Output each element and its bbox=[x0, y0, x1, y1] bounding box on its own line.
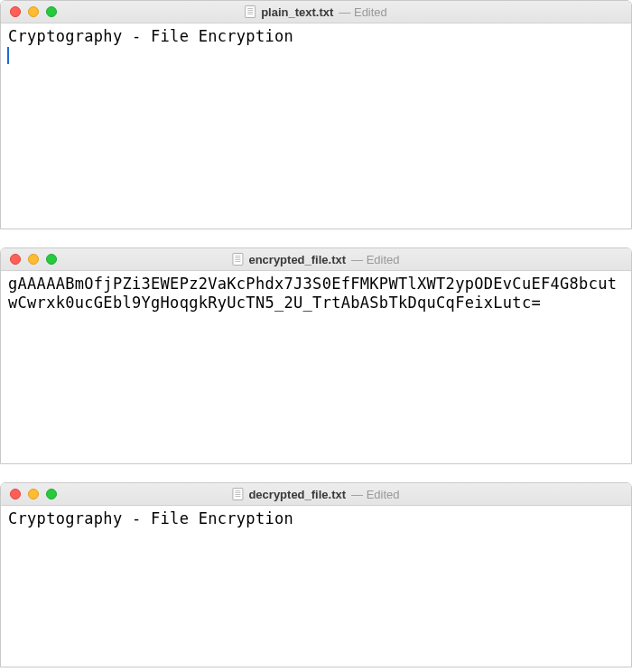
traffic-lights bbox=[10, 489, 57, 499]
titlebar[interactable]: plain_text.txt — Edited bbox=[1, 1, 631, 23]
editor-content[interactable]: gAAAAABmOfjPZi3EWEPz2VaKcPhdx7J3S0EfFMKP… bbox=[1, 271, 631, 464]
minimize-icon[interactable] bbox=[28, 489, 39, 499]
filename-label: decrypted_file.txt bbox=[248, 488, 346, 501]
filename-label: encrypted_file.txt bbox=[248, 253, 346, 266]
window-title: decrypted_file.txt — Edited bbox=[232, 488, 399, 501]
text-content: Cryptography - File Encryption bbox=[8, 27, 293, 45]
text-cursor bbox=[7, 47, 9, 64]
edited-status: — Edited bbox=[351, 253, 400, 266]
text-editor-window-plain: plain_text.txt — Edited Cryptography - F… bbox=[0, 0, 632, 229]
minimize-icon[interactable] bbox=[28, 254, 39, 265]
editor-content[interactable]: Cryptography - File Encryption bbox=[1, 23, 631, 229]
minimize-icon[interactable] bbox=[28, 6, 39, 17]
text-editor-window-decrypted: decrypted_file.txt — Edited Cryptography… bbox=[0, 482, 632, 667]
edited-status: — Edited bbox=[339, 5, 387, 19]
traffic-lights bbox=[10, 254, 57, 265]
filename-label: plain_text.txt bbox=[261, 5, 333, 19]
window-title: plain_text.txt — Edited bbox=[245, 5, 387, 19]
close-icon[interactable] bbox=[10, 489, 21, 499]
close-icon[interactable] bbox=[10, 254, 21, 265]
close-icon[interactable] bbox=[10, 6, 21, 17]
editor-content[interactable]: Cryptography - File Encryption bbox=[1, 506, 631, 667]
edited-status: — Edited bbox=[351, 488, 400, 501]
titlebar[interactable]: encrypted_file.txt — Edited bbox=[1, 248, 631, 271]
zoom-icon[interactable] bbox=[46, 6, 57, 17]
titlebar[interactable]: decrypted_file.txt — Edited bbox=[1, 483, 631, 506]
document-icon bbox=[232, 488, 243, 500]
separator: — bbox=[339, 5, 354, 19]
text-editor-window-encrypted: encrypted_file.txt — Edited gAAAAABmOfjP… bbox=[0, 247, 632, 464]
text-content: Cryptography - File Encryption bbox=[8, 509, 293, 527]
text-content: gAAAAABmOfjPZi3EWEPz2VaKcPhdx7J3S0EfFMKP… bbox=[8, 275, 617, 312]
status-text: Edited bbox=[367, 488, 400, 501]
status-text: Edited bbox=[354, 5, 387, 19]
zoom-icon[interactable] bbox=[46, 254, 57, 265]
zoom-icon[interactable] bbox=[46, 489, 57, 499]
separator: — bbox=[351, 488, 367, 501]
separator: — bbox=[351, 253, 367, 266]
document-icon bbox=[245, 5, 256, 18]
window-title: encrypted_file.txt — Edited bbox=[232, 253, 399, 266]
status-text: Edited bbox=[367, 253, 400, 266]
document-icon bbox=[232, 253, 243, 266]
traffic-lights bbox=[10, 6, 57, 17]
